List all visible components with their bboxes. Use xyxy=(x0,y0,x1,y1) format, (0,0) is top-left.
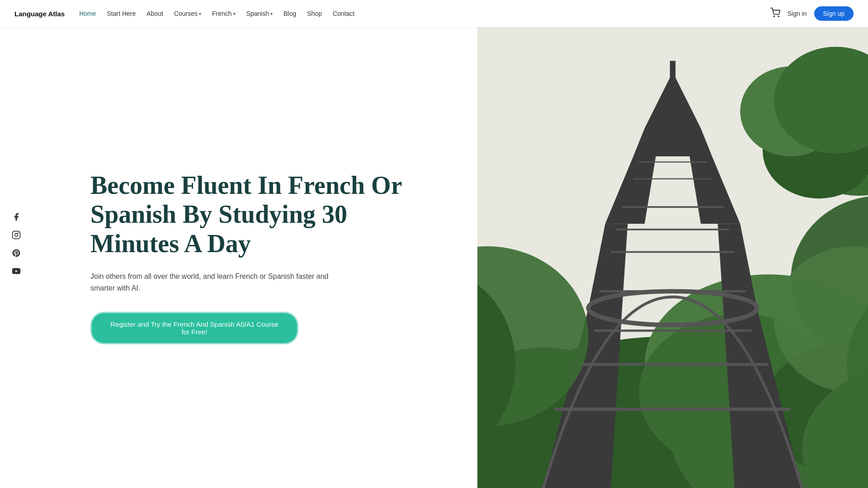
eiffel-tower-image xyxy=(477,27,868,488)
hero-section: Become Fluent In French Or Spanish By St… xyxy=(0,0,868,488)
hero-subtitle: Join others from all over the world, and… xyxy=(90,271,353,294)
svg-rect-25 xyxy=(670,61,675,106)
nav-link-contact[interactable]: Contact xyxy=(333,10,354,17)
brand-logo[interactable]: Language Atlas xyxy=(14,10,65,18)
signup-button[interactable]: Sign up xyxy=(814,6,854,21)
svg-rect-2 xyxy=(13,231,20,239)
svg-point-1 xyxy=(778,16,779,17)
french-chevron-icon: ▾ xyxy=(233,11,236,16)
cta-button[interactable]: Register and Try the French And Spanish … xyxy=(90,312,298,344)
nav-item-spanish[interactable]: Spanish ▾ xyxy=(246,10,273,17)
nav-links: Home Start Here About Courses ▾ French ▾ xyxy=(79,9,354,18)
nav-link-blog[interactable]: Blog xyxy=(283,10,296,17)
navbar-right: Sign in Sign up xyxy=(770,6,854,21)
youtube-icon[interactable] xyxy=(11,266,22,277)
signin-link[interactable]: Sign in xyxy=(788,10,807,17)
courses-chevron-icon: ▾ xyxy=(199,11,201,16)
nav-item-about[interactable]: About xyxy=(146,9,163,18)
svg-point-0 xyxy=(774,16,774,17)
nav-item-courses[interactable]: Courses ▾ xyxy=(174,10,201,17)
pinterest-icon[interactable] xyxy=(11,248,22,258)
svg-point-4 xyxy=(18,232,19,234)
nav-link-start-here[interactable]: Start Here xyxy=(107,10,136,17)
nav-item-blog[interactable]: Blog xyxy=(283,9,296,18)
hero-title: Become Fluent In French Or Spanish By St… xyxy=(90,171,441,258)
nav-link-about[interactable]: About xyxy=(146,10,163,17)
svg-point-3 xyxy=(15,234,18,237)
nav-item-contact[interactable]: Contact xyxy=(333,9,354,18)
hero-image xyxy=(477,27,868,488)
navbar: Language Atlas Home Start Here About Cou… xyxy=(0,0,868,27)
navbar-left: Language Atlas Home Start Here About Cou… xyxy=(14,9,354,18)
cart-icon[interactable] xyxy=(770,8,780,20)
social-sidebar xyxy=(11,211,22,277)
nav-item-home[interactable]: Home xyxy=(79,9,96,18)
spanish-chevron-icon: ▾ xyxy=(270,11,273,16)
nav-link-shop[interactable]: Shop xyxy=(307,10,322,17)
nav-item-start-here[interactable]: Start Here xyxy=(107,9,136,18)
nav-item-french[interactable]: French ▾ xyxy=(212,10,236,17)
nav-item-shop[interactable]: Shop xyxy=(307,9,322,18)
nav-link-courses[interactable]: Courses ▾ xyxy=(174,10,201,17)
nav-link-spanish[interactable]: Spanish ▾ xyxy=(246,10,273,17)
facebook-icon[interactable] xyxy=(11,211,22,222)
instagram-icon[interactable] xyxy=(11,230,22,240)
nav-link-french[interactable]: French ▾ xyxy=(212,10,236,17)
hero-content: Become Fluent In French Or Spanish By St… xyxy=(0,27,477,488)
nav-link-home[interactable]: Home xyxy=(79,10,96,17)
